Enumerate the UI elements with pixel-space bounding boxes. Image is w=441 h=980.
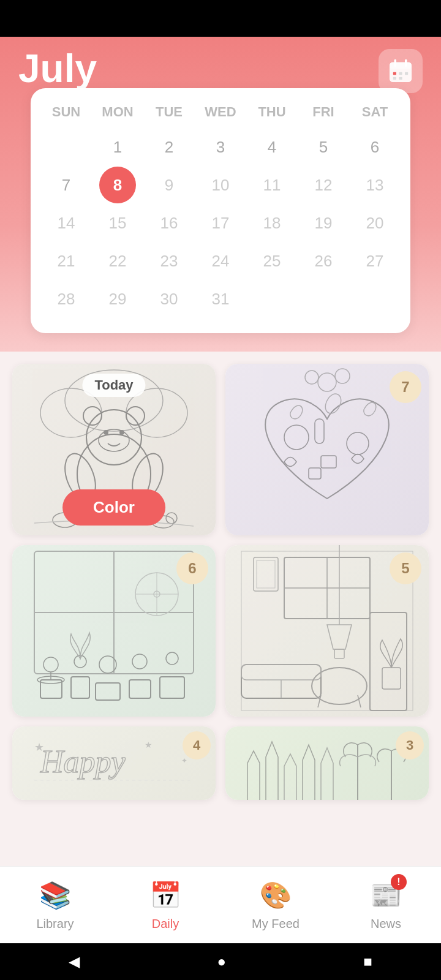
- svg-point-42: [43, 657, 58, 672]
- cal-header-tue: TUE: [143, 100, 195, 124]
- cal-header-wed: WED: [195, 100, 246, 124]
- main-content: Today Color: [0, 352, 441, 910]
- cal-cell-25[interactable]: 25: [254, 243, 290, 279]
- svg-rect-27: [315, 419, 324, 443]
- cal-cell-17[interactable]: 17: [202, 205, 239, 241]
- cal-cell-6[interactable]: 6: [356, 129, 393, 165]
- cal-cell-9[interactable]: 9: [151, 167, 187, 203]
- cal-cell-1[interactable]: 1: [99, 129, 136, 165]
- nav-daily[interactable]: 📅 Daily: [110, 876, 221, 931]
- cal-cell-5[interactable]: 5: [305, 129, 342, 165]
- cal-cell-29[interactable]: 29: [99, 281, 136, 317]
- cal-cell-21[interactable]: 21: [48, 243, 85, 279]
- news-label: News: [371, 917, 401, 931]
- cal-row-1: 1 2 3 4 5 6: [40, 129, 401, 165]
- cal-cell-14[interactable]: 14: [48, 205, 85, 241]
- svg-rect-4: [393, 72, 396, 75]
- myfeed-icon: 🎨: [257, 876, 294, 913]
- color-button[interactable]: Color: [62, 489, 165, 526]
- svg-point-30: [318, 373, 336, 391]
- day-badge-4: 4: [183, 731, 211, 760]
- day-badge-7: 7: [390, 371, 421, 403]
- nav-library[interactable]: 📚 Library: [0, 876, 110, 931]
- cal-cell-empty-4: [356, 281, 393, 317]
- cal-cell-18[interactable]: 18: [254, 205, 290, 241]
- svg-rect-65: [254, 557, 278, 591]
- cal-header-mon: MON: [92, 100, 143, 124]
- daily-icon: 📅: [147, 876, 184, 913]
- svg-rect-5: [399, 72, 402, 75]
- svg-rect-60: [241, 665, 321, 680]
- header-section: July SUN MON TUE WED THU FRI SAT: [0, 37, 441, 352]
- svg-point-47: [166, 652, 178, 665]
- svg-rect-8: [399, 77, 402, 80]
- cal-cell-8-today[interactable]: 8: [99, 167, 136, 203]
- calendar-card: SUN MON TUE WED THU FRI SAT 1 2 3 4 5 6 …: [31, 88, 410, 333]
- bottom-navigation: 📚 Library 📅 Daily 🎨 My Feed 📰 ! News: [0, 866, 441, 943]
- svg-rect-67: [382, 668, 401, 689]
- svg-point-15: [126, 407, 145, 425]
- nav-news[interactable]: 📰 ! News: [331, 876, 441, 931]
- cal-cell-empty-1: [48, 129, 85, 165]
- news-badge: !: [391, 874, 407, 890]
- cal-cell-13[interactable]: 13: [356, 167, 393, 203]
- cal-cell-2[interactable]: 2: [151, 129, 187, 165]
- svg-rect-6: [405, 72, 408, 75]
- month-title: July: [18, 49, 423, 88]
- svg-rect-39: [96, 683, 120, 700]
- cal-cell-3[interactable]: 3: [202, 129, 239, 165]
- cal-cell-15[interactable]: 15: [99, 205, 136, 241]
- cal-cell-4[interactable]: 4: [254, 129, 290, 165]
- cal-cell-24[interactable]: 24: [202, 243, 239, 279]
- cal-cell-19[interactable]: 19: [305, 205, 342, 241]
- svg-rect-7: [393, 77, 396, 80]
- calendar-grid: SUN MON TUE WED THU FRI SAT 1 2 3 4 5 6 …: [40, 100, 401, 317]
- card-day-4[interactable]: Happy ★ ★ ✦ 4: [12, 726, 216, 800]
- cal-cell-empty-3: [305, 281, 342, 317]
- card-5-image: 5: [225, 545, 429, 717]
- svg-line-64: [358, 695, 361, 707]
- card-7-image: 7: [225, 364, 429, 535]
- card-day-5[interactable]: 5: [225, 545, 429, 717]
- svg-point-25: [284, 425, 309, 450]
- cal-cell-11[interactable]: 11: [254, 167, 290, 203]
- cal-cell-10[interactable]: 10: [202, 167, 239, 203]
- cal-cell-26[interactable]: 26: [305, 243, 342, 279]
- card-day-3[interactable]: 3: [225, 726, 429, 800]
- svg-point-16: [99, 429, 129, 451]
- calendar-icon-button[interactable]: [379, 49, 423, 93]
- cal-row-2: 7 8 9 10 11 12 13: [40, 167, 401, 203]
- android-back-button[interactable]: ◀: [69, 953, 80, 970]
- card-today[interactable]: Today Color: [12, 364, 216, 535]
- card-6-image: 6: [12, 545, 216, 717]
- card-day-6[interactable]: 6: [12, 545, 216, 717]
- android-recents-button[interactable]: ■: [363, 953, 372, 970]
- svg-text:Happy: Happy: [40, 744, 126, 779]
- cal-header-thu: THU: [246, 100, 298, 124]
- svg-rect-40: [129, 680, 151, 698]
- svg-point-31: [335, 369, 350, 383]
- cal-cell-27[interactable]: 27: [356, 243, 393, 279]
- android-home-button[interactable]: ●: [217, 953, 226, 970]
- cal-cell-22[interactable]: 22: [99, 243, 136, 279]
- cal-cell-28[interactable]: 28: [48, 281, 85, 317]
- cal-cell-20[interactable]: 20: [356, 205, 393, 241]
- svg-point-26: [347, 432, 369, 454]
- cal-row-4: 21 22 23 24 25 26 27: [40, 243, 401, 279]
- cal-cell-16[interactable]: 16: [151, 205, 187, 241]
- cal-cell-30[interactable]: 30: [151, 281, 187, 317]
- svg-rect-29: [309, 468, 321, 479]
- cal-cell-31[interactable]: 31: [202, 281, 239, 317]
- cal-cell-12[interactable]: 12: [305, 167, 342, 203]
- nav-myfeed[interactable]: 🎨 My Feed: [221, 876, 331, 931]
- svg-point-46: [132, 654, 147, 669]
- cal-cell-7[interactable]: 7: [48, 167, 85, 203]
- cal-header-fri: FRI: [298, 100, 349, 124]
- svg-rect-66: [257, 560, 275, 588]
- cal-row-3: 14 15 16 17 18 19 20: [40, 205, 401, 241]
- cal-header-sun: SUN: [40, 100, 92, 124]
- status-bar: [0, 0, 441, 37]
- card-day-7[interactable]: 7: [225, 364, 429, 535]
- svg-text:✦: ✦: [181, 756, 187, 765]
- cal-cell-23[interactable]: 23: [151, 243, 187, 279]
